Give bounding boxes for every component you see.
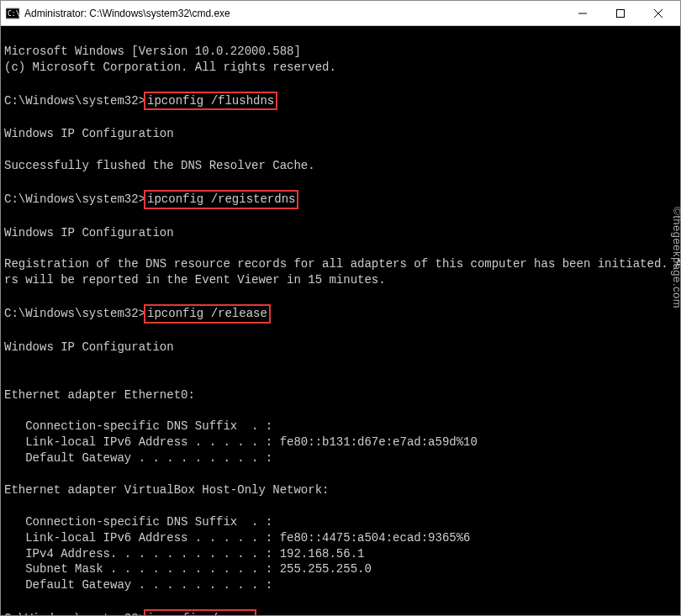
cmd-release: ipconfig /release (144, 304, 271, 324)
output-line: Default Gateway . . . . . . . . . : (4, 578, 272, 592)
window-controls (563, 2, 677, 25)
maximize-button[interactable] (601, 2, 639, 25)
output-line: Default Gateway . . . . . . . . . : (4, 451, 272, 465)
cmd-registerdns: ipconfig /registerdns (144, 190, 298, 209)
output-line: Windows IP Configuration (4, 127, 174, 140)
window-title: Administrator: C:\Windows\system32\cmd.e… (24, 8, 563, 19)
prompt-line: C:\Windows\system32>ipconfig /renew (4, 612, 256, 615)
terminal-output[interactable]: Microsoft Windows [Version 10.0.22000.58… (1, 26, 680, 615)
output-line: Subnet Mask . . . . . . . . . . . : 255.… (4, 562, 372, 576)
output-line: Connection-specific DNS Suffix . : (4, 515, 272, 529)
output-line: Successfully flushed the DNS Resolver Ca… (4, 159, 315, 172)
cmd-icon: C:\ (6, 7, 19, 20)
cmd-flushdns: ipconfig /flushdns (144, 92, 277, 111)
prompt-line: C:\Windows\system32>ipconfig /release (4, 307, 271, 320)
output-line: Registration of the DNS resource records… (4, 257, 680, 271)
output-line: rs will be reported in the Event Viewer … (4, 273, 386, 287)
cmd-renew: ipconfig /renew (144, 609, 256, 615)
prompt-line: C:\Windows\system32>ipconfig /flushdns (4, 94, 277, 108)
output-line: Windows IP Configuration (4, 226, 174, 240)
output-line: Link-local IPv6 Address . . . . . : fe80… (4, 435, 478, 449)
adapter-header: Ethernet adapter VirtualBox Host-Only Ne… (4, 483, 329, 497)
prompt: C:\Windows\system32> (4, 94, 145, 108)
version-line: Microsoft Windows [Version 10.0.22000.58… (4, 45, 301, 58)
watermark: ©thegeekpage.com (672, 207, 682, 308)
close-button[interactable] (639, 2, 677, 25)
svg-rect-3 (616, 9, 624, 17)
output-line: Connection-specific DNS Suffix . : (4, 419, 272, 433)
output-line: Link-local IPv6 Address . . . . . : fe80… (4, 531, 471, 545)
prompt-line: C:\Windows\system32>ipconfig /registerdn… (4, 192, 298, 206)
prompt: C:\Windows\system32> (4, 192, 145, 206)
prompt: C:\Windows\system32> (4, 612, 145, 615)
output-line: IPv4 Address. . . . . . . . . . . : 192.… (4, 547, 364, 561)
prompt: C:\Windows\system32> (4, 307, 145, 320)
output-line: Windows IP Configuration (4, 340, 174, 354)
copyright-line: (c) Microsoft Corporation. All rights re… (4, 61, 336, 74)
adapter-header: Ethernet adapter Ethernet0: (4, 388, 195, 402)
titlebar: C:\ Administrator: C:\Windows\system32\c… (1, 1, 680, 26)
cmd-window: C:\ Administrator: C:\Windows\system32\c… (0, 0, 681, 616)
svg-text:C:\: C:\ (8, 10, 19, 18)
minimize-button[interactable] (563, 2, 601, 25)
